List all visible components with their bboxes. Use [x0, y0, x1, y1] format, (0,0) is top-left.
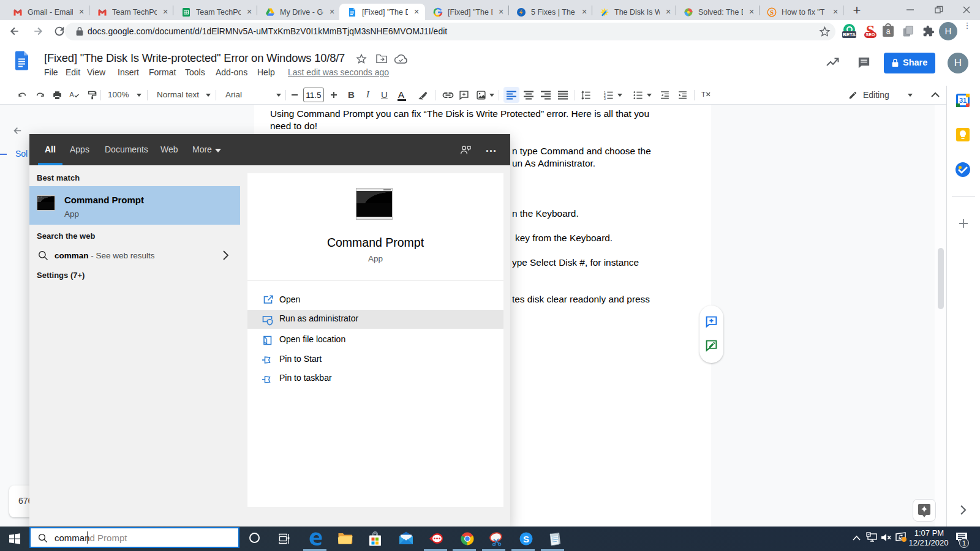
- svg-text:T: T: [701, 91, 706, 98]
- svg-text:S: S: [770, 9, 774, 16]
- svg-text:A: A: [70, 91, 75, 98]
- svg-text:S: S: [523, 534, 529, 544]
- svg-text:3: 3: [604, 97, 606, 100]
